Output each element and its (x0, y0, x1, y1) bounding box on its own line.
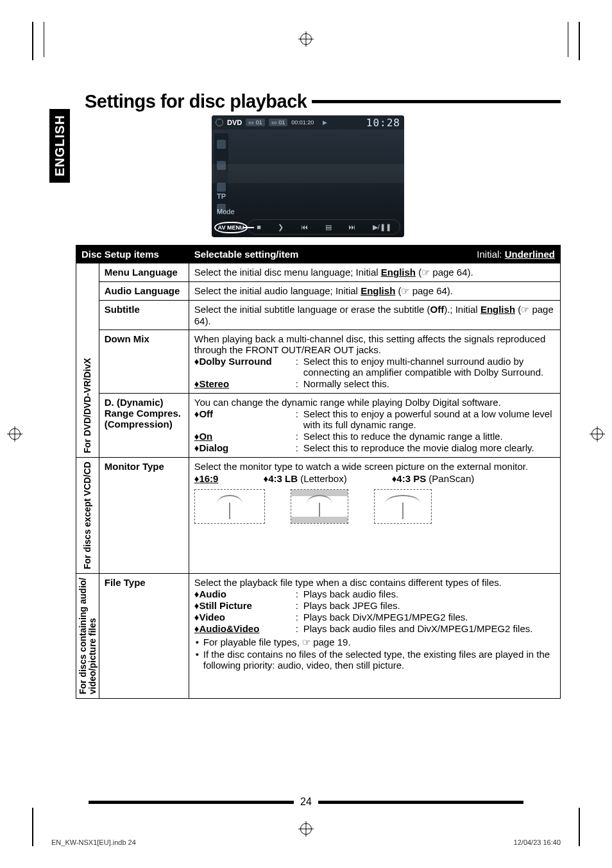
crop-mark-icon (568, 22, 568, 57)
desc-file-type: Select the playback file type when a dis… (189, 574, 560, 699)
crop-mark-icon (32, 808, 33, 846)
crop-mark-icon (32, 22, 33, 60)
desc-audio-language: Select the initial audio language; Initi… (189, 282, 560, 301)
clock: 10:28 (366, 117, 400, 129)
desc-down-mix: When playing back a multi-channel disc, … (189, 330, 560, 394)
elapsed-time: 00:01:20 (291, 119, 314, 126)
next-track-icon[interactable]: ⏭ (348, 223, 355, 231)
registration-mark-icon (9, 428, 21, 440)
registration-mark-icon (300, 33, 312, 45)
col-initial: Initial: Underlined (477, 249, 555, 260)
page-heading: Settings for disc playback (85, 91, 561, 112)
mode-label: Mode (217, 208, 235, 215)
col-selectable: Selectable setting/item Initial: Underli… (189, 246, 560, 263)
crop-mark-icon (44, 22, 44, 57)
rowname-monitor: Monitor Type (99, 458, 189, 574)
registration-mark-icon (300, 823, 312, 835)
desc-subtitle: Select the initial subtitle language or … (189, 301, 560, 330)
stop-icon[interactable]: ■ (257, 223, 261, 231)
rowname-audio-language: Audio Language (99, 282, 189, 301)
prev-track-icon[interactable]: ⏮ (301, 223, 308, 231)
rowname-menu-language: Menu Language (99, 263, 189, 282)
desc-menu-language: Select the initial disc menu language; I… (189, 263, 560, 282)
aspect-4-3-ps-icon (374, 489, 432, 524)
rowname-down-mix: Down Mix (99, 330, 189, 394)
transport-bar: ■ ❯ ⏮ ▤ ⏭ ▶/❚❚ (248, 219, 400, 235)
source-label: DVD (227, 119, 242, 126)
row-drc: D. (Dynamic) Range Compres. (Compression… (76, 394, 561, 458)
language-tab: ENGLISH (49, 109, 70, 183)
disc-setup-table: Disc Setup items Selectable setting/item… (76, 245, 561, 699)
page-number: 24 (300, 796, 312, 807)
row-menu-language: For DVD/DVD-VR/DivX Menu Language Select… (76, 263, 561, 282)
play-icon: ▶ (323, 119, 327, 126)
chevron-right-icon[interactable]: ❯ (278, 223, 284, 231)
list-icon[interactable]: ▤ (325, 223, 332, 231)
disc-icon (216, 119, 223, 126)
tp-indicator: TP (217, 192, 226, 200)
rowname-subtitle: Subtitle (99, 301, 189, 330)
cat-dvd: For DVD/DVD-VR/DivX (76, 263, 99, 458)
aspect-16-9-icon (194, 489, 265, 524)
page-number-bar: 24 (51, 796, 561, 808)
row-monitor-type: For discs except VCD/CD Monitor Type Sel… (76, 458, 561, 574)
aspect-4-3-lb-icon (291, 489, 348, 524)
crop-mark-icon (579, 22, 580, 60)
print-footer: EN_KW-NSX1[EU].indb 24 12/04/23 16:40 (51, 839, 561, 846)
title-badge: ▭ 01 (246, 119, 265, 126)
page-title: Settings for disc playback (85, 91, 307, 112)
rowname-drc: D. (Dynamic) Range Compres. (Compression… (99, 394, 189, 458)
row-down-mix: Down Mix When playing back a multi-chann… (76, 330, 561, 394)
row-audio-language: Audio Language Select the initial audio … (76, 282, 561, 301)
cat-except-vcd: For discs except VCD/CD (76, 458, 99, 574)
av-menu-button[interactable]: AV MENU (214, 222, 248, 233)
row-file-type: For discs containing audio/ video/pictur… (76, 574, 561, 699)
desc-monitor: Select the monitor type to watch a wide … (189, 458, 560, 574)
video-area (212, 164, 404, 183)
chapter-badge: ▭ 01 (269, 119, 288, 126)
heading-rule (312, 100, 561, 103)
col-selectable-label: Selectable setting/item (194, 249, 299, 260)
play-pause-icon[interactable]: ▶/❚❚ (373, 223, 391, 231)
cat-files: For discs containing audio/ video/pictur… (76, 574, 99, 699)
row-subtitle: Subtitle Select the initial subtitle lan… (76, 301, 561, 330)
registration-mark-icon (591, 428, 603, 440)
rowname-file-type: File Type (99, 574, 189, 699)
crop-mark-icon (579, 808, 580, 846)
device-screenshot: DVD ▭ 01 ▭ 01 00:01:20 ▶ 10:28 TP Mode A… (212, 115, 404, 237)
footer-filename: EN_KW-NSX1[EU].indb 24 (51, 839, 136, 846)
desc-drc: You can change the dynamic range while p… (189, 394, 560, 458)
footer-timestamp: 12/04/23 16:40 (514, 839, 561, 846)
col-disc-setup: Disc Setup items (76, 246, 189, 263)
